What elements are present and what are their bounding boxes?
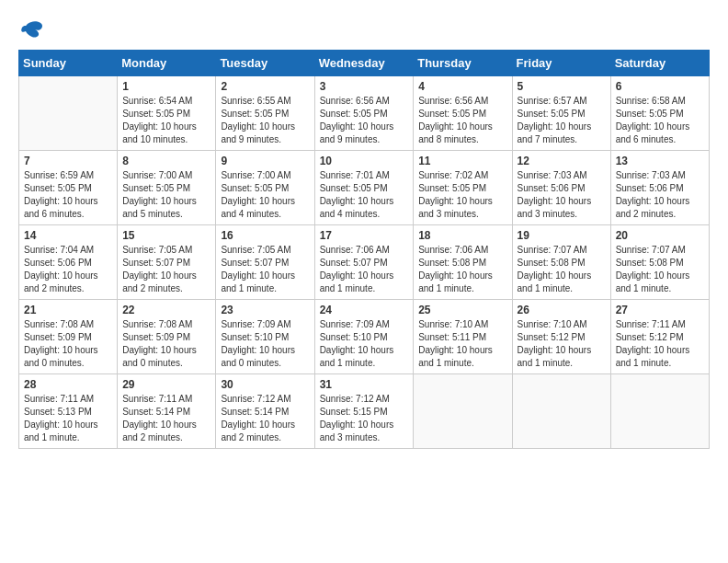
day-info: Sunrise: 7:03 AM Sunset: 5:06 PM Dayligh… xyxy=(616,169,704,221)
day-info: Sunrise: 6:56 AM Sunset: 5:05 PM Dayligh… xyxy=(320,95,409,146)
calendar-cell: 1Sunrise: 6:54 AM Sunset: 5:05 PM Daylig… xyxy=(118,76,216,151)
day-number: 19 xyxy=(518,229,606,242)
day-number: 13 xyxy=(616,155,704,167)
day-number: 9 xyxy=(221,155,309,167)
day-number: 26 xyxy=(518,304,606,316)
day-info: Sunrise: 7:11 AM Sunset: 5:14 PM Dayligh… xyxy=(122,393,210,444)
logo xyxy=(18,18,48,40)
day-info: Sunrise: 7:07 AM Sunset: 5:08 PM Dayligh… xyxy=(518,244,606,295)
calendar-cell: 28Sunrise: 7:11 AM Sunset: 5:13 PM Dayli… xyxy=(19,374,118,449)
day-header-monday: Monday xyxy=(118,51,216,76)
day-header-sunday: Sunday xyxy=(19,51,118,76)
day-info: Sunrise: 7:05 AM Sunset: 5:07 PM Dayligh… xyxy=(221,244,309,295)
calendar-cell: 27Sunrise: 7:11 AM Sunset: 5:12 PM Dayli… xyxy=(610,300,709,374)
calendar-cell: 29Sunrise: 7:11 AM Sunset: 5:14 PM Dayli… xyxy=(118,374,216,449)
day-info: Sunrise: 7:09 AM Sunset: 5:10 PM Dayligh… xyxy=(221,318,309,370)
calendar-table: SundayMondayTuesdayWednesdayThursdayFrid… xyxy=(18,50,710,449)
calendar-cell: 5Sunrise: 6:57 AM Sunset: 5:05 PM Daylig… xyxy=(512,76,610,151)
day-number: 14 xyxy=(24,229,112,242)
day-number: 27 xyxy=(616,304,704,316)
day-number: 18 xyxy=(418,229,506,242)
day-header-friday: Friday xyxy=(512,51,610,76)
day-info: Sunrise: 6:58 AM Sunset: 5:05 PM Dayligh… xyxy=(616,95,704,146)
calendar-cell: 20Sunrise: 7:07 AM Sunset: 5:08 PM Dayli… xyxy=(610,225,709,300)
day-info: Sunrise: 6:56 AM Sunset: 5:05 PM Dayligh… xyxy=(418,95,506,146)
calendar-cell: 3Sunrise: 6:56 AM Sunset: 5:05 PM Daylig… xyxy=(314,76,414,151)
day-number: 28 xyxy=(24,378,112,391)
day-info: Sunrise: 7:04 AM Sunset: 5:06 PM Dayligh… xyxy=(24,244,112,295)
day-info: Sunrise: 7:01 AM Sunset: 5:05 PM Dayligh… xyxy=(320,169,409,221)
day-info: Sunrise: 7:11 AM Sunset: 5:12 PM Dayligh… xyxy=(616,318,704,370)
calendar-header-row: SundayMondayTuesdayWednesdayThursdayFrid… xyxy=(19,51,710,76)
day-number: 23 xyxy=(221,304,309,316)
day-number: 24 xyxy=(320,304,409,316)
day-number: 3 xyxy=(320,80,409,93)
calendar-cell: 30Sunrise: 7:12 AM Sunset: 5:14 PM Dayli… xyxy=(216,374,314,449)
calendar-cell: 24Sunrise: 7:09 AM Sunset: 5:10 PM Dayli… xyxy=(314,300,414,374)
calendar-cell: 14Sunrise: 7:04 AM Sunset: 5:06 PM Dayli… xyxy=(19,225,118,300)
day-number: 11 xyxy=(418,155,506,167)
day-number: 1 xyxy=(122,80,210,93)
calendar-cell: 12Sunrise: 7:03 AM Sunset: 5:06 PM Dayli… xyxy=(512,151,610,225)
day-number: 15 xyxy=(122,229,210,242)
calendar-cell: 6Sunrise: 6:58 AM Sunset: 5:05 PM Daylig… xyxy=(610,76,709,151)
day-info: Sunrise: 6:55 AM Sunset: 5:05 PM Dayligh… xyxy=(221,95,309,146)
day-info: Sunrise: 7:12 AM Sunset: 5:15 PM Dayligh… xyxy=(320,393,409,444)
day-header-tuesday: Tuesday xyxy=(216,51,314,76)
calendar-cell: 13Sunrise: 7:03 AM Sunset: 5:06 PM Dayli… xyxy=(610,151,709,225)
calendar-cell xyxy=(512,374,610,449)
day-number: 4 xyxy=(418,80,506,93)
day-number: 2 xyxy=(221,80,309,93)
calendar-cell: 23Sunrise: 7:09 AM Sunset: 5:10 PM Dayli… xyxy=(216,300,314,374)
day-number: 5 xyxy=(518,80,606,93)
calendar-cell: 18Sunrise: 7:06 AM Sunset: 5:08 PM Dayli… xyxy=(414,225,512,300)
calendar-cell: 21Sunrise: 7:08 AM Sunset: 5:09 PM Dayli… xyxy=(19,300,118,374)
day-number: 31 xyxy=(320,378,409,391)
day-number: 20 xyxy=(616,229,704,242)
calendar-cell: 22Sunrise: 7:08 AM Sunset: 5:09 PM Dayli… xyxy=(118,300,216,374)
day-number: 17 xyxy=(320,229,409,242)
day-number: 16 xyxy=(221,229,309,242)
day-number: 6 xyxy=(616,80,704,93)
calendar-cell: 2Sunrise: 6:55 AM Sunset: 5:05 PM Daylig… xyxy=(216,76,314,151)
calendar-cell: 26Sunrise: 7:10 AM Sunset: 5:12 PM Dayli… xyxy=(512,300,610,374)
day-info: Sunrise: 6:54 AM Sunset: 5:05 PM Dayligh… xyxy=(122,95,210,146)
day-number: 29 xyxy=(122,378,210,391)
day-number: 10 xyxy=(320,155,409,167)
calendar-week-row: 14Sunrise: 7:04 AM Sunset: 5:06 PM Dayli… xyxy=(19,225,710,300)
day-number: 8 xyxy=(122,155,210,167)
calendar-cell: 10Sunrise: 7:01 AM Sunset: 5:05 PM Dayli… xyxy=(314,151,414,225)
calendar-week-row: 7Sunrise: 6:59 AM Sunset: 5:05 PM Daylig… xyxy=(19,151,710,225)
day-info: Sunrise: 7:00 AM Sunset: 5:05 PM Dayligh… xyxy=(221,169,309,221)
day-info: Sunrise: 7:11 AM Sunset: 5:13 PM Dayligh… xyxy=(24,393,112,444)
calendar-week-row: 1Sunrise: 6:54 AM Sunset: 5:05 PM Daylig… xyxy=(19,76,710,151)
day-number: 25 xyxy=(418,304,506,316)
day-info: Sunrise: 7:07 AM Sunset: 5:08 PM Dayligh… xyxy=(616,244,704,295)
day-number: 12 xyxy=(518,155,606,167)
calendar-cell: 11Sunrise: 7:02 AM Sunset: 5:05 PM Dayli… xyxy=(414,151,512,225)
calendar-cell: 8Sunrise: 7:00 AM Sunset: 5:05 PM Daylig… xyxy=(118,151,216,225)
calendar-cell: 19Sunrise: 7:07 AM Sunset: 5:08 PM Dayli… xyxy=(512,225,610,300)
day-number: 30 xyxy=(221,378,309,391)
calendar-cell: 31Sunrise: 7:12 AM Sunset: 5:15 PM Dayli… xyxy=(314,374,414,449)
day-number: 22 xyxy=(122,304,210,316)
day-header-saturday: Saturday xyxy=(610,51,709,76)
calendar-cell: 9Sunrise: 7:00 AM Sunset: 5:05 PM Daylig… xyxy=(216,151,314,225)
calendar-cell xyxy=(414,374,512,449)
calendar-cell: 25Sunrise: 7:10 AM Sunset: 5:11 PM Dayli… xyxy=(414,300,512,374)
day-info: Sunrise: 7:10 AM Sunset: 5:12 PM Dayligh… xyxy=(518,318,606,370)
day-info: Sunrise: 7:03 AM Sunset: 5:06 PM Dayligh… xyxy=(518,169,606,221)
calendar-cell: 16Sunrise: 7:05 AM Sunset: 5:07 PM Dayli… xyxy=(216,225,314,300)
day-info: Sunrise: 7:06 AM Sunset: 5:07 PM Dayligh… xyxy=(320,244,409,295)
calendar-week-row: 21Sunrise: 7:08 AM Sunset: 5:09 PM Dayli… xyxy=(19,300,710,374)
calendar-cell: 4Sunrise: 6:56 AM Sunset: 5:05 PM Daylig… xyxy=(414,76,512,151)
day-info: Sunrise: 7:00 AM Sunset: 5:05 PM Dayligh… xyxy=(122,169,210,221)
day-number: 21 xyxy=(24,304,112,316)
calendar-cell xyxy=(19,76,118,151)
day-header-wednesday: Wednesday xyxy=(314,51,414,76)
calendar-cell: 7Sunrise: 6:59 AM Sunset: 5:05 PM Daylig… xyxy=(19,151,118,225)
calendar-week-row: 28Sunrise: 7:11 AM Sunset: 5:13 PM Dayli… xyxy=(19,374,710,449)
day-info: Sunrise: 7:10 AM Sunset: 5:11 PM Dayligh… xyxy=(418,318,506,370)
day-info: Sunrise: 7:09 AM Sunset: 5:10 PM Dayligh… xyxy=(320,318,409,370)
calendar-cell xyxy=(610,374,709,449)
